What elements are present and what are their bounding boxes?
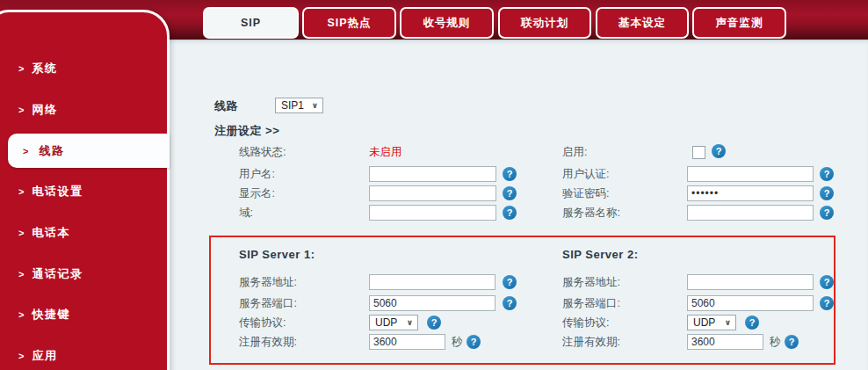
- server1-port-input[interactable]: [369, 295, 495, 311]
- server1-protocol-value: UDP: [375, 316, 397, 329]
- chevron-right-icon: >: [23, 146, 28, 156]
- sidebar-item-line[interactable]: > 线路: [8, 134, 170, 168]
- server2-protocol-value: UDP: [693, 316, 715, 329]
- server1-expiry-label: 注册有效期:: [239, 335, 297, 350]
- server2-address-input[interactable]: [687, 274, 814, 290]
- tab-sip-hotspot[interactable]: SIP热点: [302, 7, 396, 39]
- sidebar-item-label: 快捷键: [32, 307, 70, 323]
- server2-expiry-input[interactable]: [687, 334, 763, 350]
- server1-address-input[interactable]: [369, 274, 495, 290]
- server1-protocol-select[interactable]: UDP ∨: [369, 315, 418, 330]
- chevron-right-icon: >: [18, 309, 24, 320]
- domain-input[interactable]: [369, 205, 496, 221]
- server2-address-label: 服务器地址:: [562, 275, 620, 290]
- enable-checkbox[interactable]: [692, 146, 705, 159]
- domain-label: 域:: [239, 206, 253, 221]
- sidebar-item-phone-settings[interactable]: > 电话设置: [0, 178, 170, 205]
- sidebar-item-call-log[interactable]: > 通话记录: [0, 261, 170, 287]
- register-section-title: 注册设定 >>: [214, 123, 279, 139]
- line-select-value: SIP1: [281, 99, 304, 112]
- sidebar-item-label: 系统: [32, 61, 57, 76]
- chevron-right-icon: >: [18, 269, 24, 279]
- help-icon[interactable]: ?: [503, 186, 517, 200]
- server1-address-label: 服务器地址:: [239, 275, 297, 290]
- server1-port-label: 服务器端口:: [239, 296, 297, 311]
- line-select-label: 线路: [214, 98, 238, 114]
- chevron-right-icon: >: [18, 186, 24, 197]
- help-icon[interactable]: ?: [820, 167, 834, 181]
- help-icon[interactable]: ?: [820, 206, 834, 220]
- select-chevron-icon: ∨: [312, 101, 318, 110]
- server1-protocol-label: 传输协议:: [239, 316, 286, 330]
- server2-port-label: 服务器端口:: [562, 296, 620, 311]
- server2-expiry-unit: 秒: [770, 335, 781, 350]
- server2-protocol-label: 传输协议:: [562, 316, 609, 330]
- sidebar-item-label: 应用: [32, 348, 57, 364]
- sidebar-item-label: 通话记录: [32, 266, 83, 282]
- sidebar-menu: > 系统 > 网络 > 线路 > 电话设置 > 电话本 > 通话记录 > 快捷键…: [0, 0, 170, 370]
- sidebar-item-hotkey[interactable]: > 快捷键: [0, 301, 170, 328]
- sidebar-item-system[interactable]: > 系统: [0, 55, 170, 82]
- username-input[interactable]: [369, 166, 496, 182]
- server1-expiry-input[interactable]: [369, 334, 445, 350]
- chevron-right-icon: >: [18, 228, 24, 238]
- server2-port-input[interactable]: [687, 295, 814, 311]
- auth-password-label: 验证密码:: [562, 186, 609, 201]
- display-name-input[interactable]: [369, 185, 496, 201]
- line-select[interactable]: SIP1 ∨: [275, 98, 323, 113]
- sidebar-item-label: 线路: [39, 143, 64, 159]
- server-name-label: 服务器名称:: [562, 206, 620, 221]
- help-icon[interactable]: ?: [503, 206, 517, 220]
- sip-server2-title: SIP Server 2:: [562, 248, 638, 261]
- tab-action-plan[interactable]: 联动计划: [498, 7, 591, 39]
- select-chevron-icon: ∨: [725, 318, 731, 327]
- enable-label: 启用:: [562, 145, 587, 160]
- help-icon[interactable]: ?: [712, 144, 726, 158]
- chevron-right-icon: >: [18, 351, 24, 361]
- phone-admin-page: SIP SIP热点 收号规则 联动计划 基本设定 声音监测 > 系统 > 网络 …: [0, 0, 868, 370]
- sidebar-item-phonebook[interactable]: > 电话本: [0, 220, 170, 246]
- username-label: 用户名:: [239, 167, 275, 182]
- auth-user-label: 用户认证:: [562, 167, 609, 182]
- help-icon[interactable]: ?: [503, 296, 517, 310]
- help-icon[interactable]: ?: [785, 335, 799, 349]
- tab-sound-monitor[interactable]: 声音监测: [692, 7, 786, 39]
- help-icon[interactable]: ?: [427, 316, 441, 330]
- sip-server1-title: SIP Server 1:: [239, 248, 315, 261]
- tab-basic-settings[interactable]: 基本设定: [596, 7, 689, 39]
- chevron-right-icon: >: [18, 105, 24, 115]
- help-icon[interactable]: ?: [820, 186, 834, 200]
- server1-expiry-unit: 秒: [452, 335, 463, 350]
- server-name-input[interactable]: [687, 205, 814, 221]
- line-status-label: 线路状态:: [239, 145, 286, 160]
- help-icon[interactable]: ?: [820, 296, 834, 310]
- sidebar-item-label: 电话设置: [32, 184, 83, 200]
- server2-expiry-label: 注册有效期:: [562, 335, 620, 350]
- select-chevron-icon: ∨: [407, 318, 413, 327]
- sidebar-item-label: 网络: [32, 102, 57, 118]
- server2-protocol-select[interactable]: UDP ∨: [687, 315, 736, 330]
- auth-password-input[interactable]: [687, 185, 814, 201]
- sidebar-item-apps[interactable]: > 应用: [0, 343, 170, 369]
- auth-user-input[interactable]: [687, 166, 814, 182]
- sidebar-item-label: 电话本: [32, 225, 70, 241]
- tab-sip[interactable]: SIP: [203, 7, 299, 39]
- line-status-value: 未启用: [369, 145, 402, 160]
- help-icon[interactable]: ?: [503, 167, 517, 181]
- help-icon[interactable]: ?: [503, 275, 517, 289]
- help-icon[interactable]: ?: [745, 316, 759, 330]
- chevron-right-icon: >: [18, 63, 24, 74]
- help-icon[interactable]: ?: [467, 335, 481, 349]
- tab-dial-rule[interactable]: 收号规则: [400, 7, 494, 39]
- sidebar-item-network[interactable]: > 网络: [0, 97, 170, 123]
- display-name-label: 显示名:: [239, 186, 275, 201]
- help-icon[interactable]: ?: [820, 275, 834, 289]
